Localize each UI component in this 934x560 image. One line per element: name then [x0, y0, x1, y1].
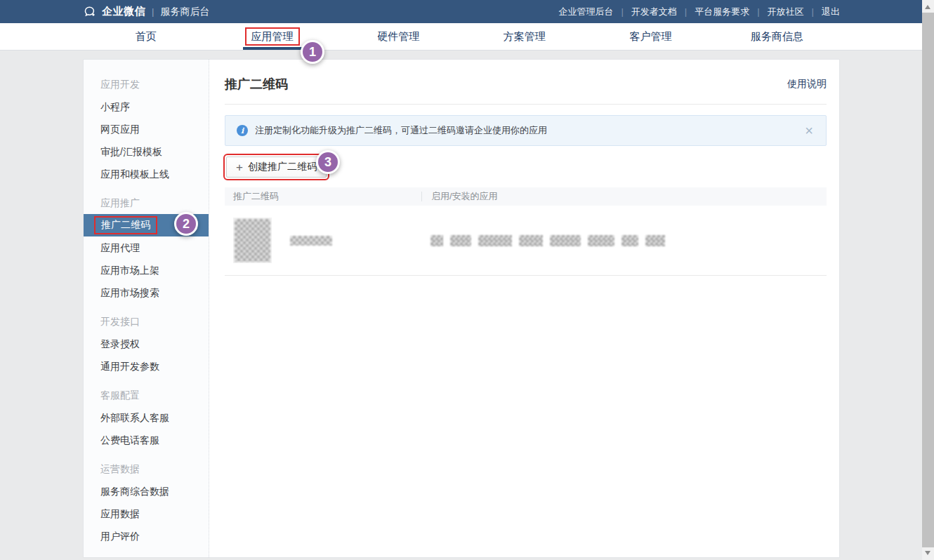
topbar-links: 企业管理后台 | 开发者文档 | 平台服务要求 | 开放社区 | 退出 — [558, 6, 840, 18]
sidebar-section-operation-data: 运营数据 — [84, 458, 209, 480]
active-tab-underline — [243, 47, 302, 50]
link-separator: | — [685, 6, 687, 17]
table-header: 推广二维码 启用/安装的应用 — [225, 187, 827, 206]
sidebar-item-app-data[interactable]: 应用数据 — [84, 502, 209, 525]
tab-label: 客户管理 — [630, 30, 672, 44]
sidebar-item-login-auth[interactable]: 登录授权 — [84, 333, 209, 355]
info-banner: i 注册定制化功能升级为推广二维码，可通过二维码邀请企业使用你的应用 × — [225, 115, 827, 146]
annotation-step-2-badge: 2 — [174, 212, 198, 236]
usage-instructions-link[interactable]: 使用说明 — [787, 78, 827, 91]
tab-label: 服务商信息 — [751, 30, 803, 44]
annotation-step-1-badge: 1 — [301, 40, 324, 64]
table-row — [225, 206, 827, 276]
sidebar-section-service-config: 客服配置 — [84, 384, 209, 406]
sidebar-item-provider-aggregate-data[interactable]: 服务商综合数据 — [84, 480, 209, 502]
column-header-apps: 启用/安装的应用 — [422, 190, 498, 203]
main-nav: 首页 应用管理 硬件管理 方案管理 客户管理 服务商信息 — [0, 23, 922, 51]
annotation-red-box-tab: 应用管理 — [245, 27, 300, 46]
page-title: 推广二维码 — [225, 76, 288, 93]
sidebar-item-web-app[interactable]: 网页应用 — [84, 118, 209, 140]
banner-close-icon[interactable]: × — [803, 124, 815, 138]
scrollbar-down-arrow-icon[interactable] — [925, 551, 930, 555]
tab-label: 方案管理 — [504, 30, 546, 44]
link-separator: | — [757, 6, 759, 17]
redacted-qr-thumbnail — [233, 218, 272, 263]
link-logout[interactable]: 退出 — [822, 6, 840, 18]
tab-solution-management[interactable]: 方案管理 — [461, 23, 588, 50]
brand-name: 企业微信 — [102, 5, 145, 18]
sidebar-item-app-market-listing[interactable]: 应用市场上架 — [84, 259, 209, 281]
sidebar-item-app-agent[interactable]: 应用代理 — [84, 236, 209, 259]
sidebar-item-user-reviews[interactable]: 用户评价 — [84, 525, 209, 547]
link-enterprise-admin[interactable]: 企业管理后台 — [558, 6, 613, 18]
sidebar-section-app-development: 应用开发 — [84, 73, 209, 95]
create-button-label: 创建推广二维码 — [248, 161, 317, 173]
scrollbar-up-arrow-icon[interactable] — [925, 5, 930, 9]
tab-label: 首页 — [136, 30, 157, 44]
annotation-step-3-badge: 3 — [316, 150, 340, 174]
link-developer-docs[interactable]: 开发者文档 — [631, 6, 677, 18]
sidebar-section-dev-api: 开发接口 — [84, 310, 209, 333]
redacted-app-list — [430, 235, 665, 246]
tab-label: 硬件管理 — [377, 30, 419, 44]
sidebar-item-free-phone-service[interactable]: 公费电话客服 — [84, 429, 209, 451]
link-separator: | — [812, 6, 814, 17]
sidebar-item-common-dev-params[interactable]: 通用开发参数 — [84, 355, 209, 378]
scrollbar-thumb[interactable] — [922, 13, 934, 547]
sidebar-item-app-market-search[interactable]: 应用市场搜索 — [84, 281, 209, 304]
column-header-qrcode: 推广二维码 — [225, 190, 421, 203]
content-card: 应用开发 小程序 网页应用 审批/汇报模板 应用和模板上线 应用推广 推广二维码… — [83, 59, 840, 558]
create-promo-qrcode-button[interactable]: + 创建推广二维码 — [226, 156, 327, 178]
link-platform-requirements[interactable]: 平台服务要求 — [695, 6, 749, 18]
annotation-red-box-sidebar: 推广二维码 — [94, 216, 157, 234]
wework-brand[interactable]: 企业微信 | 服务商后台 — [83, 5, 209, 19]
qrcode-table: 推广二维码 启用/安装的应用 — [225, 187, 827, 276]
info-icon: i — [237, 125, 248, 136]
wework-logo-icon — [83, 5, 97, 19]
sidebar-item-approval-report-template[interactable]: 审批/汇报模板 — [84, 140, 209, 163]
brand-separator: | — [152, 6, 154, 17]
sidebar-item-mini-program[interactable]: 小程序 — [84, 95, 209, 118]
sidebar-item-app-template-launch[interactable]: 应用和模板上线 — [84, 163, 209, 185]
qrcode-cell — [225, 218, 421, 263]
header-divider — [225, 104, 827, 105]
main-panel: 推广二维码 使用说明 i 注册定制化功能升级为推广二维码，可通过二维码邀请企业使… — [210, 60, 839, 557]
redacted-qrcode-name — [290, 236, 332, 246]
tab-provider-info[interactable]: 服务商信息 — [713, 23, 840, 50]
tab-label: 应用管理 — [251, 30, 294, 42]
sidebar-item-label: 推广二维码 — [101, 219, 150, 230]
tab-customer-management[interactable]: 客户管理 — [588, 23, 714, 50]
portal-name: 服务商后台 — [160, 6, 209, 18]
tab-hardware-management[interactable]: 硬件管理 — [335, 23, 461, 50]
vertical-scrollbar[interactable] — [922, 0, 934, 560]
plus-icon: + — [236, 161, 243, 173]
apps-cell — [421, 218, 827, 263]
topbar: 企业微信 | 服务商后台 企业管理后台 | 开发者文档 | 平台服务要求 | 开… — [0, 0, 922, 23]
sidebar: 应用开发 小程序 网页应用 审批/汇报模板 应用和模板上线 应用推广 推广二维码… — [84, 60, 209, 557]
info-banner-text: 注册定制化功能升级为推广二维码，可通过二维码邀请企业使用你的应用 — [255, 124, 803, 137]
link-separator: | — [621, 6, 623, 17]
sidebar-item-external-contact-service[interactable]: 外部联系人客服 — [84, 406, 209, 429]
link-open-community[interactable]: 开放社区 — [768, 6, 804, 18]
sidebar-section-app-promotion: 应用推广 — [84, 192, 209, 214]
tab-home[interactable]: 首页 — [83, 23, 209, 50]
